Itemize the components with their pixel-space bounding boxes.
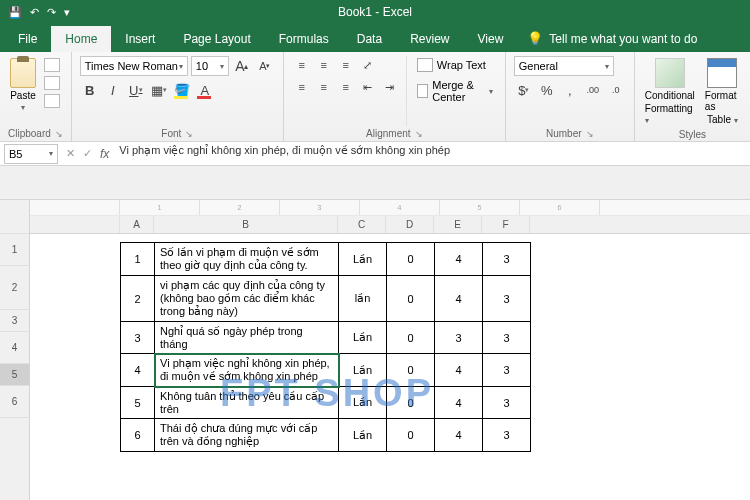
select-all-corner[interactable]	[0, 200, 29, 234]
undo-icon[interactable]: ↶	[30, 6, 39, 19]
cell[interactable]: Lần	[339, 243, 387, 276]
orientation-button[interactable]: ⤢	[358, 56, 378, 74]
row-header[interactable]: 6	[0, 386, 29, 418]
save-icon[interactable]: 💾	[8, 6, 22, 19]
fx-icon[interactable]: fx	[100, 147, 115, 161]
number-format-select[interactable]: General▾	[514, 56, 614, 76]
cell[interactable]: 0	[387, 322, 435, 354]
increase-indent-button[interactable]: ⇥	[380, 78, 400, 96]
cell[interactable]: 0	[387, 419, 435, 452]
align-middle-button[interactable]: ≡	[314, 56, 334, 74]
cell[interactable]: vi phạm các quy định của công ty (không …	[155, 276, 339, 322]
cell[interactable]: 3	[483, 243, 531, 276]
currency-button[interactable]: $▾	[514, 80, 534, 100]
decrease-indent-button[interactable]: ⇤	[358, 78, 378, 96]
column-header[interactable]: C	[338, 216, 386, 233]
align-top-button[interactable]: ≡	[292, 56, 312, 74]
row-header[interactable]: 4	[0, 332, 29, 364]
column-header[interactable]: A	[120, 216, 154, 233]
decrease-decimal-button[interactable]: .0	[606, 80, 626, 100]
cell[interactable]: Lần	[339, 387, 387, 419]
cell[interactable]: Lần	[339, 354, 387, 387]
cell[interactable]: 3	[121, 322, 155, 354]
border-button[interactable]: ▦▾	[149, 80, 169, 100]
cell[interactable]: 0	[387, 387, 435, 419]
copy-icon[interactable]	[44, 76, 60, 90]
cell[interactable]: Số lần vi phạm đi muộn về sớm theo giờ q…	[155, 243, 339, 276]
cell[interactable]: 1	[121, 243, 155, 276]
tab-page-layout[interactable]: Page Layout	[169, 26, 264, 52]
fill-color-button[interactable]: 🪣	[172, 80, 192, 100]
number-launcher[interactable]: ↘	[586, 129, 594, 139]
increase-font-button[interactable]: A▴	[232, 56, 252, 76]
align-right-button[interactable]: ≡	[336, 78, 356, 96]
tab-insert[interactable]: Insert	[111, 26, 169, 52]
align-left-button[interactable]: ≡	[292, 78, 312, 96]
font-size-select[interactable]: 10▾	[191, 56, 229, 76]
cell[interactable]: Lần	[339, 322, 387, 354]
font-color-button[interactable]: A	[195, 80, 215, 100]
align-bottom-button[interactable]: ≡	[336, 56, 356, 74]
row-header[interactable]: 1	[0, 234, 29, 266]
cell[interactable]: Nghỉ quá số ngày phép trong tháng	[155, 322, 339, 354]
redo-icon[interactable]: ↷	[47, 6, 56, 19]
increase-decimal-button[interactable]: .00	[583, 80, 603, 100]
cell[interactable]: 3	[483, 354, 531, 387]
format-as-table-button[interactable]: Format as Table ▾	[703, 56, 742, 127]
column-header[interactable]: B	[154, 216, 338, 233]
cell[interactable]: 4	[435, 419, 483, 452]
cell[interactable]: 3	[483, 276, 531, 322]
cell[interactable]: Thái độ chưa đúng mực với cấp trên và đồ…	[155, 419, 339, 452]
tab-home[interactable]: Home	[51, 26, 111, 52]
cell[interactable]: 2	[121, 276, 155, 322]
row-header[interactable]: 3	[0, 310, 29, 332]
font-name-select[interactable]: Times New Roman▾	[80, 56, 188, 76]
column-header[interactable]: D	[386, 216, 434, 233]
cell[interactable]: 6	[121, 419, 155, 452]
cell[interactable]: lần	[339, 276, 387, 322]
comma-button[interactable]: ,	[560, 80, 580, 100]
cell[interactable]: 0	[387, 243, 435, 276]
column-header[interactable]: F	[482, 216, 530, 233]
cell[interactable]: Lần	[339, 419, 387, 452]
enter-formula-icon[interactable]: ✓	[83, 147, 92, 160]
align-center-button[interactable]: ≡	[314, 78, 334, 96]
format-painter-icon[interactable]	[44, 94, 60, 108]
underline-button[interactable]: U▾	[126, 80, 146, 100]
cut-icon[interactable]	[44, 58, 60, 72]
merge-center-button[interactable]: Merge & Center▾	[413, 77, 497, 105]
italic-button[interactable]: I	[103, 80, 123, 100]
grid-body[interactable]: 1Số lần vi phạm đi muộn về sớm theo giờ …	[30, 242, 750, 452]
tab-formulas[interactable]: Formulas	[265, 26, 343, 52]
cell[interactable]: 5	[121, 387, 155, 419]
tab-review[interactable]: Review	[396, 26, 463, 52]
paste-button[interactable]: Paste ▾	[8, 56, 38, 126]
tab-data[interactable]: Data	[343, 26, 396, 52]
cell[interactable]: 0	[387, 276, 435, 322]
cell[interactable]: 4	[435, 354, 483, 387]
decrease-font-button[interactable]: A▾	[255, 56, 275, 76]
cell[interactable]: 3	[483, 322, 531, 354]
cell[interactable]: 3	[483, 387, 531, 419]
tab-file[interactable]: File	[4, 26, 51, 52]
cell[interactable]: 0	[387, 354, 435, 387]
cell[interactable]: 3	[483, 419, 531, 452]
cell[interactable]: 4	[121, 354, 155, 387]
conditional-formatting-button[interactable]: Conditional Formatting ▾	[643, 56, 697, 127]
formula-input[interactable]: Vi phạm việc nghỉ không xin phép, đi muộ…	[115, 144, 750, 164]
clipboard-launcher[interactable]: ↘	[55, 129, 63, 139]
cancel-formula-icon[interactable]: ✕	[66, 147, 75, 160]
name-box[interactable]: B5▾	[4, 144, 58, 164]
wrap-text-button[interactable]: Wrap Text	[413, 56, 497, 74]
qat-menu-icon[interactable]: ▾	[64, 6, 70, 19]
alignment-launcher[interactable]: ↘	[415, 129, 423, 139]
tell-me-search[interactable]: 💡 Tell me what you want to do	[517, 25, 707, 52]
row-header[interactable]: 2	[0, 266, 29, 310]
column-header[interactable]: E	[434, 216, 482, 233]
cell[interactable]: Không tuân thủ theo yêu cầu cấp trên	[155, 387, 339, 419]
cell[interactable]: 4	[435, 387, 483, 419]
cell[interactable]: 4	[435, 276, 483, 322]
cell[interactable]: Vi phạm việc nghỉ không xin phép, đi muộ…	[155, 354, 339, 387]
percent-button[interactable]: %	[537, 80, 557, 100]
font-launcher[interactable]: ↘	[185, 129, 193, 139]
